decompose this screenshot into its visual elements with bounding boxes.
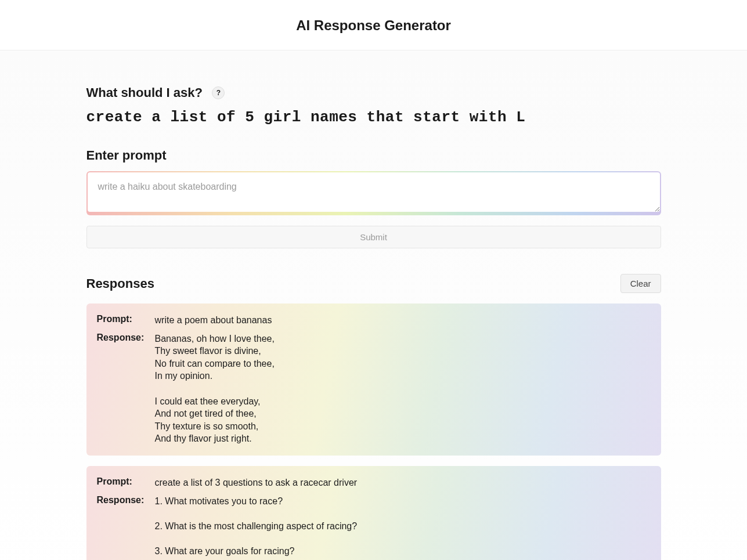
response-field-value: Bananas, oh how I love thee, Thy sweet f… (155, 333, 275, 445)
help-icon[interactable]: ? (212, 86, 225, 99)
response-field-value: 1. What motivates you to race? 2. What i… (155, 495, 358, 558)
prompt-field-label: Prompt: (97, 476, 155, 487)
prompt-input[interactable] (88, 172, 660, 212)
submit-button[interactable]: Submit (86, 226, 661, 248)
suggestion-label: What should I ask? (86, 85, 203, 100)
app-header: AI Response Generator (0, 0, 747, 50)
suggestion-text: create a list of 5 girl names that start… (86, 109, 661, 126)
response-value-row: Response:Bananas, oh how I love thee, Th… (97, 333, 651, 445)
responses-header: Responses Clear (86, 274, 661, 293)
prompt-field-label: Prompt: (97, 314, 155, 324)
prompt-field-value: create a list of 3 questions to ask a ra… (155, 476, 358, 489)
app-title: AI Response Generator (0, 17, 747, 34)
prompt-input-border (86, 171, 661, 215)
response-prompt-row: Prompt:create a list of 3 questions to a… (97, 476, 651, 489)
response-value-row: Response:1. What motivates you to race? … (97, 495, 651, 558)
prompt-section: Enter prompt Submit (86, 148, 661, 248)
main-container: What should I ask? ? create a list of 5 … (86, 50, 661, 560)
page-body: What should I ask? ? create a list of 5 … (0, 50, 747, 560)
prompt-label: Enter prompt (86, 148, 167, 163)
responses-list: Prompt:write a poem about bananasRespons… (86, 304, 661, 560)
response-field-label: Response: (97, 495, 155, 505)
suggestion-section: What should I ask? ? create a list of 5 … (86, 85, 661, 126)
response-field-label: Response: (97, 333, 155, 343)
clear-button[interactable]: Clear (620, 274, 661, 293)
prompt-field-value: write a poem about bananas (155, 314, 272, 327)
response-prompt-row: Prompt:write a poem about bananas (97, 314, 651, 327)
response-card: Prompt:create a list of 3 questions to a… (86, 466, 661, 560)
responses-label: Responses (86, 276, 154, 291)
response-card: Prompt:write a poem about bananasRespons… (86, 304, 661, 456)
